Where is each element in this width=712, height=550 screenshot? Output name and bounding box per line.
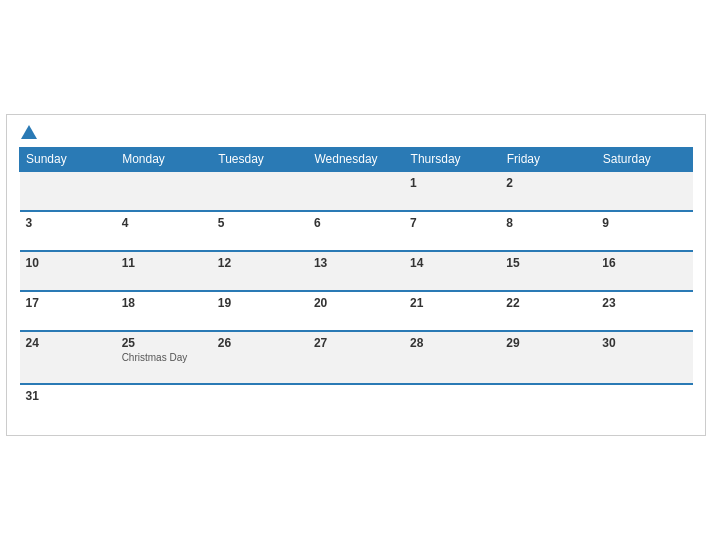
weekday-header-wednesday: Wednesday	[308, 148, 404, 172]
day-cell: 29	[500, 331, 596, 384]
day-cell: 1	[404, 171, 500, 211]
day-cell: 28	[404, 331, 500, 384]
logo	[19, 125, 37, 139]
day-cell: 8	[500, 211, 596, 251]
day-cell	[596, 171, 692, 211]
day-number: 5	[218, 216, 225, 230]
day-number: 8	[506, 216, 513, 230]
day-cell: 12	[212, 251, 308, 291]
day-cell	[596, 384, 692, 423]
day-number: 9	[602, 216, 609, 230]
day-cell: 6	[308, 211, 404, 251]
day-cell	[20, 171, 116, 211]
day-number: 19	[218, 296, 231, 310]
day-number: 18	[122, 296, 135, 310]
weekday-header-sunday: Sunday	[20, 148, 116, 172]
day-number: 15	[506, 256, 519, 270]
day-cell: 4	[116, 211, 212, 251]
day-cell: 30	[596, 331, 692, 384]
week-row-3: 10111213141516	[20, 251, 693, 291]
day-number: 28	[410, 336, 423, 350]
weekday-header-row: SundayMondayTuesdayWednesdayThursdayFrid…	[20, 148, 693, 172]
day-number: 16	[602, 256, 615, 270]
calendar-container: SundayMondayTuesdayWednesdayThursdayFrid…	[6, 114, 706, 436]
weekday-header-tuesday: Tuesday	[212, 148, 308, 172]
day-cell: 19	[212, 291, 308, 331]
logo-triangle-icon	[21, 125, 37, 139]
day-number: 2	[506, 176, 513, 190]
day-number: 25	[122, 336, 135, 350]
calendar-grid: SundayMondayTuesdayWednesdayThursdayFrid…	[19, 147, 693, 423]
day-cell	[212, 171, 308, 211]
day-cell: 17	[20, 291, 116, 331]
week-row-2: 3456789	[20, 211, 693, 251]
day-number: 29	[506, 336, 519, 350]
day-cell: 24	[20, 331, 116, 384]
day-cell: 15	[500, 251, 596, 291]
day-cell: 14	[404, 251, 500, 291]
day-number: 6	[314, 216, 321, 230]
day-cell: 26	[212, 331, 308, 384]
day-number: 26	[218, 336, 231, 350]
week-row-5: 2425Christmas Day2627282930	[20, 331, 693, 384]
day-number: 31	[26, 389, 39, 403]
day-cell: 11	[116, 251, 212, 291]
day-number: 24	[26, 336, 39, 350]
calendar-header	[19, 125, 693, 139]
logo-blue-text	[19, 125, 37, 139]
day-cell: 22	[500, 291, 596, 331]
day-cell	[404, 384, 500, 423]
day-number: 23	[602, 296, 615, 310]
day-number: 3	[26, 216, 33, 230]
day-number: 30	[602, 336, 615, 350]
day-cell: 9	[596, 211, 692, 251]
day-number: 13	[314, 256, 327, 270]
day-cell	[116, 384, 212, 423]
day-cell: 25Christmas Day	[116, 331, 212, 384]
day-cell: 18	[116, 291, 212, 331]
day-number: 17	[26, 296, 39, 310]
day-cell: 3	[20, 211, 116, 251]
day-cell: 27	[308, 331, 404, 384]
weekday-header-thursday: Thursday	[404, 148, 500, 172]
day-cell: 31	[20, 384, 116, 423]
day-cell: 20	[308, 291, 404, 331]
day-number: 20	[314, 296, 327, 310]
weekday-header-monday: Monday	[116, 148, 212, 172]
day-cell: 10	[20, 251, 116, 291]
day-cell	[212, 384, 308, 423]
day-cell	[500, 384, 596, 423]
day-cell: 23	[596, 291, 692, 331]
holiday-label: Christmas Day	[122, 352, 206, 363]
day-cell: 2	[500, 171, 596, 211]
day-cell	[308, 384, 404, 423]
day-cell: 5	[212, 211, 308, 251]
day-number: 27	[314, 336, 327, 350]
day-cell	[308, 171, 404, 211]
day-number: 11	[122, 256, 135, 270]
day-number: 7	[410, 216, 417, 230]
day-cell: 21	[404, 291, 500, 331]
week-row-6: 31	[20, 384, 693, 423]
day-cell: 7	[404, 211, 500, 251]
week-row-4: 17181920212223	[20, 291, 693, 331]
day-number: 21	[410, 296, 423, 310]
day-number: 22	[506, 296, 519, 310]
weekday-header-friday: Friday	[500, 148, 596, 172]
day-number: 1	[410, 176, 417, 190]
day-number: 12	[218, 256, 231, 270]
day-cell: 16	[596, 251, 692, 291]
day-cell: 13	[308, 251, 404, 291]
day-number: 10	[26, 256, 39, 270]
week-row-1: 12	[20, 171, 693, 211]
day-cell	[116, 171, 212, 211]
weekday-header-saturday: Saturday	[596, 148, 692, 172]
day-number: 4	[122, 216, 129, 230]
day-number: 14	[410, 256, 423, 270]
